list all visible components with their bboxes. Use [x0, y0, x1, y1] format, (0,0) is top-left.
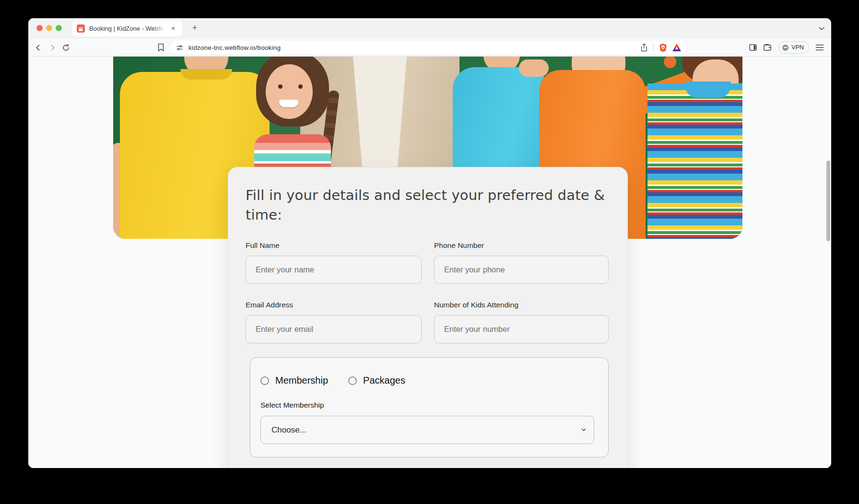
hero-kid5-collar [685, 82, 731, 98]
tab-title-fade [153, 25, 165, 32]
page-content: Fill in your details and select your pre… [28, 57, 831, 468]
browser-window: Booking | KidZone - Webflow × + kidz [28, 18, 831, 468]
kids-attending-label: Number of Kids Attending [434, 301, 609, 309]
vpn-label: VPN [791, 44, 804, 51]
tab-search-chevron-icon[interactable] [817, 23, 826, 33]
menu-hamburger-icon[interactable] [813, 41, 826, 54]
bookmark-icon[interactable] [154, 41, 167, 54]
email-address-input[interactable] [246, 315, 422, 343]
page-scrollbar-thumb[interactable] [826, 161, 830, 241]
hero-hand-on-shoulder [519, 59, 549, 77]
packages-radio-option[interactable]: Packages [348, 375, 405, 386]
new-tab-button[interactable]: + [189, 23, 200, 34]
form-fields-grid: Full Name Phone Number Email Address Num… [246, 241, 608, 343]
field-email-address: Email Address [246, 301, 422, 343]
hero-kid1-collar [180, 69, 232, 80]
hero-girl-smile [279, 100, 298, 107]
membership-radio-label: Membership [275, 375, 328, 386]
hero-kid5-striped-polo [647, 83, 742, 239]
select-membership-label: Select Membership [260, 401, 598, 410]
packages-radio-label: Packages [363, 375, 405, 386]
kidzone-favicon-icon [77, 24, 85, 33]
tab-close-icon[interactable]: × [169, 24, 177, 33]
full-name-label: Full Name [246, 241, 422, 250]
tab-strip: Booking | KidZone - Webflow × + [28, 18, 831, 38]
email-address-label: Email Address [246, 301, 422, 309]
site-settings-tune-icon[interactable] [176, 44, 184, 52]
back-button[interactable] [31, 41, 45, 54]
sidebar-toggle-icon[interactable] [746, 41, 760, 54]
field-phone-number: Phone Number [434, 241, 609, 284]
plan-radio-row: Membership Packages [260, 375, 598, 386]
membership-radio-icon[interactable] [260, 376, 269, 385]
kids-attending-input[interactable] [434, 315, 609, 343]
browser-toolbar: kidzone-tnc.webflow.io/booking [28, 38, 831, 57]
membership-select-value: Choose... [271, 425, 306, 435]
vpn-badge[interactable]: VPN [778, 41, 809, 54]
membership-select[interactable]: Choose... [260, 416, 594, 444]
url-text: kidzone-tnc.webflow.io/booking [188, 44, 281, 51]
browser-tab[interactable]: Booking | KidZone - Webflow × [72, 21, 182, 36]
toolbar-divider [653, 44, 654, 51]
hero-kid5-scrunchie [664, 57, 676, 68]
booking-form-card: Fill in your details and select your pre… [228, 167, 628, 468]
form-heading: Fill in your details and select your pre… [246, 186, 608, 225]
membership-radio-option[interactable]: Membership [260, 375, 328, 386]
fullscreen-window-button[interactable] [56, 25, 62, 31]
brave-wallet-icon[interactable] [761, 41, 774, 54]
minimize-window-button[interactable] [46, 25, 52, 31]
chevron-down-icon [580, 426, 587, 433]
hero-girl-eye [298, 84, 303, 89]
packages-radio-icon[interactable] [348, 376, 357, 385]
brave-rewards-bat-icon[interactable] [672, 44, 681, 51]
phone-number-label: Phone Number [434, 241, 609, 250]
hero-girl-eye [278, 84, 282, 89]
share-icon[interactable] [640, 43, 648, 52]
forward-button[interactable] [46, 41, 59, 54]
field-full-name: Full Name [246, 241, 422, 284]
field-kids-attending: Number of Kids Attending [434, 301, 609, 343]
hero-girl-face [266, 64, 313, 119]
full-name-input[interactable] [246, 256, 422, 284]
tab-title: Booking | KidZone - Webflow [89, 25, 165, 32]
close-window-button[interactable] [36, 25, 43, 31]
reload-button[interactable] [59, 41, 72, 54]
phone-number-input[interactable] [434, 256, 609, 284]
url-bar[interactable]: kidzone-tnc.webflow.io/booking [170, 40, 687, 55]
brave-shield-icon[interactable] [659, 43, 667, 52]
vpn-status-icon [782, 45, 788, 51]
plan-selection-box: Membership Packages Select Membership Ch… [250, 357, 609, 457]
